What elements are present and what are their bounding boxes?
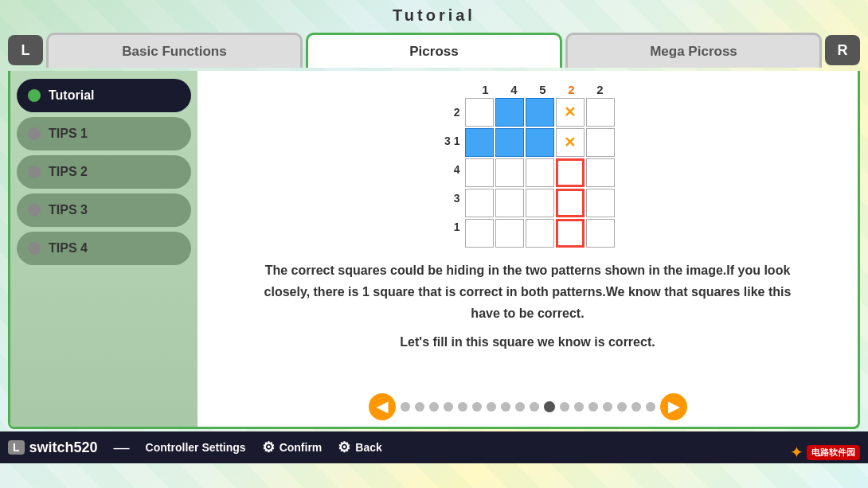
page-dot-15[interactable] bbox=[603, 402, 612, 412]
cell-3-1 bbox=[495, 189, 524, 217]
back-label: Back bbox=[355, 441, 381, 454]
col-header-1: 4 bbox=[500, 83, 529, 96]
page-dot-6[interactable] bbox=[472, 402, 482, 412]
description-paragraph1: The correct squares could be hiding in t… bbox=[249, 260, 807, 325]
confirm-icon: ⚙ bbox=[262, 439, 275, 456]
brand-logo: L switch520 bbox=[8, 439, 98, 456]
col-header-0: 1 bbox=[471, 83, 500, 96]
cell-4-3 bbox=[556, 219, 585, 248]
confirm-label: Confirm bbox=[280, 441, 323, 454]
page-dot-11[interactable] bbox=[544, 401, 555, 412]
cell-2-2 bbox=[526, 158, 554, 187]
puzzle-container: 1 4 5 2 2 2 3 1 4 3 1 bbox=[441, 83, 615, 248]
row-header-0: 2 bbox=[441, 98, 463, 127]
page-dot-2[interactable] bbox=[415, 402, 424, 412]
divider-1: — bbox=[114, 439, 130, 457]
sidebar-dot bbox=[28, 127, 41, 140]
tab-mega-picross[interactable]: Mega Picross bbox=[565, 33, 822, 68]
row-header-3: 3 bbox=[441, 184, 463, 213]
sidebar-dot bbox=[28, 242, 41, 255]
sidebar-item-tips1[interactable]: TIPS 1 bbox=[17, 117, 191, 150]
bottom-bar: L switch520 — Controller Settings ⚙ Conf… bbox=[0, 431, 868, 463]
page-dot-16[interactable] bbox=[617, 402, 627, 412]
cell-2-1 bbox=[495, 158, 524, 187]
sidebar-item-tutorial[interactable]: Tutorial bbox=[17, 79, 191, 112]
cell-1-0 bbox=[465, 128, 494, 157]
description-paragraph2: Let's fill in this square we know is cor… bbox=[249, 331, 807, 353]
cell-3-3 bbox=[556, 189, 585, 217]
col-headers: 1 4 5 2 2 bbox=[471, 83, 615, 96]
row-headers: 2 3 1 4 3 1 bbox=[441, 98, 463, 241]
col-header-2: 5 bbox=[529, 83, 557, 96]
page-dot-18[interactable] bbox=[646, 402, 655, 412]
cell-1-2 bbox=[526, 128, 554, 157]
sidebar-label: TIPS 3 bbox=[49, 203, 88, 217]
cell-3-2 bbox=[526, 189, 554, 217]
cell-4-1 bbox=[495, 219, 524, 248]
tab-right-btn[interactable]: R bbox=[825, 35, 860, 65]
page-dot-14[interactable] bbox=[588, 402, 598, 412]
page-dot-9[interactable] bbox=[515, 402, 525, 412]
page-dot-7[interactable] bbox=[487, 402, 496, 412]
cell-1-1 bbox=[495, 128, 524, 157]
page-dot-17[interactable] bbox=[631, 402, 641, 412]
cell-4-4 bbox=[586, 219, 615, 248]
page-dot-4[interactable] bbox=[444, 402, 453, 412]
cell-1-4 bbox=[586, 128, 615, 157]
cell-0-3 bbox=[556, 98, 585, 127]
puzzle-grid bbox=[465, 98, 615, 248]
controller-settings-action[interactable]: Controller Settings bbox=[146, 441, 246, 454]
l-badge: L bbox=[8, 440, 25, 455]
controller-settings-label: Controller Settings bbox=[146, 441, 246, 454]
cell-1-3 bbox=[556, 128, 585, 157]
tab-basic-functions[interactable]: Basic Functions bbox=[46, 33, 303, 68]
cell-3-4 bbox=[586, 189, 615, 217]
sidebar-item-tips4[interactable]: TIPS 4 bbox=[17, 232, 191, 265]
page-dot-12[interactable] bbox=[560, 402, 569, 412]
row-header-2: 4 bbox=[441, 155, 463, 184]
cell-2-0 bbox=[465, 158, 494, 187]
sidebar-item-tips2[interactable]: TIPS 2 bbox=[17, 155, 191, 189]
col-header-4: 2 bbox=[586, 83, 615, 96]
cell-4-2 bbox=[526, 219, 554, 248]
tab-picross[interactable]: Picross bbox=[306, 33, 562, 68]
page-dot-13[interactable] bbox=[574, 402, 584, 412]
watermark-star: ✦ bbox=[790, 443, 803, 462]
sidebar-label: TIPS 4 bbox=[49, 241, 88, 256]
page-dot-3[interactable] bbox=[429, 402, 439, 412]
page-dot-8[interactable] bbox=[501, 402, 510, 412]
cell-0-0 bbox=[465, 98, 494, 127]
next-page-button[interactable]: ▶ bbox=[660, 393, 687, 420]
row-header-4: 1 bbox=[441, 213, 463, 241]
sidebar-label: TIPS 2 bbox=[49, 165, 88, 179]
page-dot-5[interactable] bbox=[458, 402, 467, 412]
col-header-3: 2 bbox=[557, 83, 586, 96]
grid-with-rows: 2 3 1 4 3 1 bbox=[441, 98, 615, 248]
back-icon: ⚙ bbox=[338, 439, 350, 456]
back-action[interactable]: ⚙ Back bbox=[338, 439, 381, 456]
brand-name: switch520 bbox=[29, 439, 98, 456]
tab-bar: L Basic Functions Picross Mega Picross R bbox=[0, 29, 868, 71]
sidebar-item-tips3[interactable]: TIPS 3 bbox=[17, 193, 191, 227]
cell-0-2 bbox=[526, 98, 554, 127]
cell-2-4 bbox=[586, 158, 615, 187]
cell-0-1 bbox=[495, 98, 524, 127]
sidebar-label: Tutorial bbox=[49, 88, 94, 103]
watermark-box: 电路软件园 bbox=[807, 445, 860, 460]
cell-2-3 bbox=[556, 158, 585, 187]
row-header-1: 3 1 bbox=[441, 127, 463, 155]
confirm-action[interactable]: ⚙ Confirm bbox=[262, 439, 323, 456]
content-panel: 1 4 5 2 2 2 3 1 4 3 1 bbox=[197, 71, 858, 427]
description-text: The correct squares could be hiding in t… bbox=[249, 260, 807, 359]
pagination: ◀ ▶ bbox=[197, 393, 858, 420]
sidebar-dot bbox=[28, 204, 41, 217]
cell-4-0 bbox=[465, 219, 494, 248]
page-dot-1[interactable] bbox=[401, 402, 410, 412]
sidebar: Tutorial TIPS 1 TIPS 2 TIPS 3 TIPS 4 bbox=[10, 71, 197, 427]
main-area: Tutorial TIPS 1 TIPS 2 TIPS 3 TIPS 4 1 4… bbox=[8, 71, 860, 429]
page-dot-10[interactable] bbox=[530, 402, 539, 412]
tab-left-btn[interactable]: L bbox=[8, 35, 43, 65]
sidebar-dot bbox=[28, 166, 41, 178]
sidebar-dot bbox=[28, 89, 41, 102]
prev-page-button[interactable]: ◀ bbox=[369, 393, 396, 420]
